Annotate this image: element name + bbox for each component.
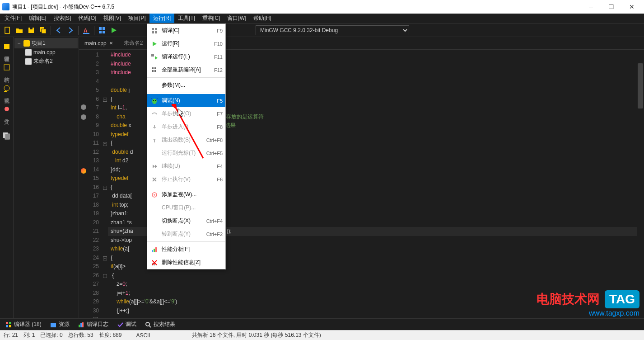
sidebar-tab-structure[interactable]: 结构 <box>1 60 12 76</box>
menu-item-20[interactable]: 性能分析[F] <box>147 243 225 256</box>
copy-icon[interactable] <box>2 132 11 141</box>
sidebar-tab-watch[interactable]: +监视 <box>1 81 12 97</box>
svg-rect-52 <box>79 325 80 327</box>
close-button[interactable]: ✕ <box>621 0 642 14</box>
menu-item-3[interactable]: 全部重新编译[A]F12 <box>147 63 225 76</box>
menu-code[interactable]: 代码[O] <box>75 14 100 23</box>
menu-item-2[interactable]: 编译运行(L)F11 <box>147 50 225 63</box>
svg-rect-9 <box>99 31 102 33</box>
tab-debug[interactable]: 调试 <box>114 319 139 330</box>
svg-rect-0 <box>5 27 9 33</box>
svg-rect-25 <box>152 70 154 72</box>
tree-file-unnamed[interactable]: 未命名2 <box>14 57 78 66</box>
menu-help[interactable]: 帮助[H] <box>250 14 275 23</box>
svg-rect-21 <box>155 31 157 33</box>
compiler-select[interactable]: MinGW GCC 9.2.0 32-bit Debug <box>256 25 409 35</box>
line-number-gutter: 1234567891011121314151617181920212223242… <box>88 50 102 318</box>
menu-item-7[interactable]: 调试(N)F5 <box>147 94 225 107</box>
svg-rect-41 <box>155 247 157 252</box>
menu-item-8: 单步执行(O)F7 <box>147 107 225 120</box>
menu-project[interactable]: 项目[P] <box>125 14 149 23</box>
sidebar-tab-project[interactable]: 项目管理 <box>1 39 12 56</box>
tab-compiler[interactable]: 编译器 (18) <box>2 319 44 330</box>
menu-refactor[interactable]: 重构[C] <box>199 14 224 23</box>
svg-rect-39 <box>152 250 153 252</box>
menu-item-16: CPU窗口(P)... <box>147 201 225 214</box>
open-button[interactable] <box>14 25 25 36</box>
status-col: 列: 1 <box>23 331 35 339</box>
minimize-button[interactable]: ─ <box>581 0 601 14</box>
svg-rect-18 <box>152 28 154 30</box>
menu-item-17[interactable]: 切换断点(X)Ctrl+F4 <box>147 214 225 227</box>
left-sidebar: 项目管理 结构 +监视 文件 <box>0 37 14 318</box>
app-icon <box>2 3 9 10</box>
svg-rect-12 <box>4 65 9 70</box>
menu-window[interactable]: 窗口[W] <box>224 14 250 23</box>
maximize-button[interactable]: ☐ <box>601 0 621 14</box>
menu-item-15[interactable]: 添加监视(W)... <box>147 188 225 201</box>
run-button[interactable] <box>108 25 119 36</box>
svg-text:A: A <box>84 28 88 34</box>
grid-button[interactable] <box>97 25 107 36</box>
menu-item-1[interactable]: 运行[R]F10 <box>147 37 225 50</box>
svg-rect-20 <box>152 31 154 33</box>
back-button[interactable] <box>53 25 64 36</box>
status-line: 行: 21 <box>4 331 18 339</box>
status-parse-info: 共解析 16 个文件, 用时 0.031 秒 (每秒 516.13 个文件) <box>192 331 321 339</box>
menu-bar: 文件[F] 编辑[E] 搜索[S] 代码[O] 视图[V] 项目[P] 运行[R… <box>0 14 644 24</box>
svg-rect-7 <box>99 27 102 30</box>
svg-line-56 <box>149 326 151 327</box>
project-name: 项目1 <box>32 39 46 47</box>
tab-search-results[interactable]: 搜索结果 <box>142 319 178 330</box>
svg-line-31 <box>157 99 158 99</box>
svg-point-29 <box>155 100 156 101</box>
menu-search[interactable]: 搜索[S] <box>50 14 75 23</box>
menu-item-21[interactable]: 删除性能信息[Z] <box>147 256 225 269</box>
toolbar: A MinGW GCC 9.2.0 32-bit Debug <box>0 24 644 37</box>
watermark-tag: TAG <box>605 290 639 308</box>
svg-rect-48 <box>9 322 11 324</box>
run-dropdown-menu: 编译[C]F9运行[R]F10编译运行(L)F11全部重新编译[A]F12参数(… <box>147 24 226 269</box>
svg-rect-17 <box>5 134 9 139</box>
forward-button[interactable] <box>65 25 76 36</box>
watermark-text: 电脑技术网 <box>537 291 600 308</box>
menu-file[interactable]: 文件[F] <box>1 14 25 23</box>
tree-file-main[interactable]: main.cpp <box>14 48 78 57</box>
svg-rect-54 <box>82 322 84 327</box>
tree-toggle-icon[interactable]: − <box>16 40 22 47</box>
save-button[interactable] <box>26 25 37 36</box>
project-root[interactable]: − 项目1 <box>14 38 78 48</box>
tab-compile-log[interactable]: 编译日志 <box>75 319 111 330</box>
status-bar: 行: 21 列: 1 已选择: 0 总行数: 53 长度: 889 ASCII … <box>0 330 644 340</box>
title-bar: 项目1 - [项目1.dev] - 小熊猫Dev-C++ 6.7.5 ─ ☐ ✕ <box>0 0 644 14</box>
main-area: 项目管理 结构 +监视 文件 − 项目1 main.cpp 未命名2 main.… <box>0 37 644 318</box>
svg-rect-24 <box>154 67 156 69</box>
new-file-button[interactable] <box>2 25 13 36</box>
status-length: 长度: 889 <box>99 331 122 339</box>
menu-tools[interactable]: 工具[T] <box>174 14 199 23</box>
save-all-button[interactable] <box>37 25 48 36</box>
svg-rect-51 <box>51 323 56 327</box>
menu-view[interactable]: 视图[V] <box>100 14 125 23</box>
svg-line-30 <box>151 99 152 99</box>
svg-point-55 <box>146 322 149 326</box>
menu-edit[interactable]: 编辑[E] <box>25 14 50 23</box>
menu-item-0[interactable]: 编译[C]F9 <box>147 24 225 37</box>
editor-tab-unnamed[interactable]: 未命名2 <box>118 37 149 49</box>
menu-run[interactable]: 运行[R] <box>149 14 174 23</box>
close-icon[interactable]: ✕ <box>109 41 113 46</box>
shield-icon <box>23 40 30 47</box>
watermark: 电脑技术网 TAG www.tagxp.com <box>537 290 639 317</box>
menu-item-5[interactable]: 参数(M)... <box>147 79 225 92</box>
svg-rect-4 <box>42 29 46 33</box>
editor-tab-main[interactable]: main.cpp ✕ <box>79 38 118 49</box>
menu-item-9: 单步进入(I)F8 <box>147 120 225 133</box>
fold-gutter[interactable]: −−−−− <box>102 50 108 318</box>
svg-rect-8 <box>103 27 105 30</box>
menu-item-10: 跳出函数(S)Ctrl+F8 <box>147 133 225 146</box>
format-button[interactable]: A <box>81 25 92 36</box>
sidebar-tab-files[interactable]: 文件 <box>1 102 12 118</box>
vertical-scrollbar[interactable] <box>637 62 644 318</box>
tab-resource[interactable]: 资源 <box>47 319 72 330</box>
breakpoint-gutter[interactable] <box>79 50 88 318</box>
